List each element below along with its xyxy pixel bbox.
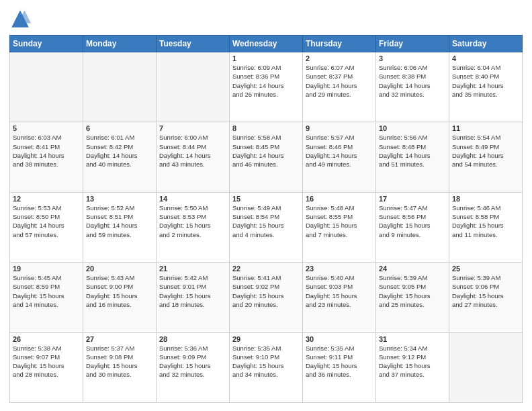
day-info: Sunrise: 6:01 AM Sunset: 8:42 PM Dayligh… [86,133,153,169]
day-number: 2 [306,54,373,62]
calendar-cell: 2Sunrise: 6:07 AM Sunset: 8:37 PM Daylig… [303,52,376,122]
calendar-cell [83,52,157,122]
day-number: 30 [306,335,373,343]
day-number: 1 [232,54,300,62]
calendar-cell [10,52,83,122]
day-info: Sunrise: 5:57 AM Sunset: 8:46 PM Dayligh… [306,133,373,169]
weekday-header-saturday: Saturday [449,36,523,52]
day-number: 19 [13,265,80,273]
day-number: 11 [452,124,519,132]
weekday-header-wednesday: Wednesday [230,36,303,52]
day-info: Sunrise: 5:36 AM Sunset: 9:09 PM Dayligh… [159,344,226,379]
day-info: Sunrise: 6:04 AM Sunset: 8:40 PM Dayligh… [452,63,519,99]
day-number: 20 [86,265,153,273]
day-info: Sunrise: 6:00 AM Sunset: 8:44 PM Dayligh… [159,133,226,169]
calendar-cell: 16Sunrise: 5:48 AM Sunset: 8:55 PM Dayli… [303,192,376,262]
calendar-cell: 17Sunrise: 5:47 AM Sunset: 8:56 PM Dayli… [376,192,449,262]
calendar-cell: 3Sunrise: 6:06 AM Sunset: 8:38 PM Daylig… [376,52,449,122]
calendar-cell: 12Sunrise: 5:53 AM Sunset: 8:50 PM Dayli… [10,192,83,262]
calendar-cell: 25Sunrise: 5:39 AM Sunset: 9:06 PM Dayli… [449,263,523,332]
day-info: Sunrise: 6:07 AM Sunset: 8:37 PM Dayligh… [306,63,373,99]
calendar-cell: 24Sunrise: 5:39 AM Sunset: 9:05 PM Dayli… [376,263,449,332]
calendar-cell: 31Sunrise: 5:34 AM Sunset: 9:12 PM Dayli… [376,332,449,402]
calendar-cell: 13Sunrise: 5:52 AM Sunset: 8:51 PM Dayli… [83,192,157,262]
day-info: Sunrise: 5:38 AM Sunset: 9:07 PM Dayligh… [13,344,80,379]
day-number: 12 [13,195,80,203]
day-info: Sunrise: 6:03 AM Sunset: 8:41 PM Dayligh… [13,133,80,169]
weekday-header-monday: Monday [83,36,157,52]
week-row-3: 12Sunrise: 5:53 AM Sunset: 8:50 PM Dayli… [10,192,523,262]
day-info: Sunrise: 5:39 AM Sunset: 9:06 PM Dayligh… [452,273,519,309]
day-info: Sunrise: 5:40 AM Sunset: 9:03 PM Dayligh… [306,273,373,309]
day-number: 29 [232,335,300,343]
calendar-cell: 14Sunrise: 5:50 AM Sunset: 8:53 PM Dayli… [157,192,230,262]
weekday-header-sunday: Sunday [10,36,83,52]
calendar-cell: 18Sunrise: 5:46 AM Sunset: 8:58 PM Dayli… [449,192,523,262]
calendar-cell: 1Sunrise: 6:09 AM Sunset: 8:36 PM Daylig… [230,52,303,122]
day-info: Sunrise: 5:39 AM Sunset: 9:05 PM Dayligh… [379,273,446,309]
calendar-cell: 27Sunrise: 5:37 AM Sunset: 9:08 PM Dayli… [83,332,157,402]
day-number: 22 [232,265,300,273]
calendar-cell: 5Sunrise: 6:03 AM Sunset: 8:41 PM Daylig… [10,122,83,192]
day-number: 7 [159,124,226,132]
day-number: 31 [379,335,446,343]
calendar-cell: 9Sunrise: 5:57 AM Sunset: 8:46 PM Daylig… [303,122,376,192]
day-number: 9 [306,124,373,132]
weekday-header-thursday: Thursday [303,36,376,52]
day-number: 17 [379,195,446,203]
calendar-cell: 11Sunrise: 5:54 AM Sunset: 8:49 PM Dayli… [449,122,523,192]
week-row-2: 5Sunrise: 6:03 AM Sunset: 8:41 PM Daylig… [10,122,523,192]
day-number: 4 [452,54,519,62]
week-row-4: 19Sunrise: 5:45 AM Sunset: 8:59 PM Dayli… [10,263,523,332]
day-info: Sunrise: 6:09 AM Sunset: 8:36 PM Dayligh… [232,63,300,99]
day-info: Sunrise: 5:35 AM Sunset: 9:11 PM Dayligh… [306,344,373,379]
header [9,8,523,30]
calendar-cell: 23Sunrise: 5:40 AM Sunset: 9:03 PM Dayli… [303,263,376,332]
day-number: 8 [232,124,300,132]
logo-icon [9,8,31,30]
calendar-cell: 4Sunrise: 6:04 AM Sunset: 8:40 PM Daylig… [449,52,523,122]
week-row-5: 26Sunrise: 5:38 AM Sunset: 9:07 PM Dayli… [10,332,523,402]
day-info: Sunrise: 5:45 AM Sunset: 8:59 PM Dayligh… [13,273,80,309]
day-info: Sunrise: 5:47 AM Sunset: 8:56 PM Dayligh… [379,203,446,239]
calendar-cell: 26Sunrise: 5:38 AM Sunset: 9:07 PM Dayli… [10,332,83,402]
day-info: Sunrise: 5:49 AM Sunset: 8:54 PM Dayligh… [232,203,300,239]
calendar-cell: 29Sunrise: 5:35 AM Sunset: 9:10 PM Dayli… [230,332,303,402]
calendar-cell: 21Sunrise: 5:42 AM Sunset: 9:01 PM Dayli… [157,263,230,332]
day-number: 3 [379,54,446,62]
calendar-cell [449,332,523,402]
page: SundayMondayTuesdayWednesdayThursdayFrid… [0,0,532,411]
day-number: 15 [232,195,300,203]
day-info: Sunrise: 5:58 AM Sunset: 8:45 PM Dayligh… [232,133,300,169]
day-info: Sunrise: 5:56 AM Sunset: 8:48 PM Dayligh… [379,133,446,169]
calendar-cell [157,52,230,122]
weekday-header-friday: Friday [376,36,449,52]
day-number: 28 [159,335,226,343]
day-number: 24 [379,265,446,273]
day-info: Sunrise: 6:06 AM Sunset: 8:38 PM Dayligh… [379,63,446,99]
calendar-cell: 19Sunrise: 5:45 AM Sunset: 8:59 PM Dayli… [10,263,83,332]
calendar-cell: 15Sunrise: 5:49 AM Sunset: 8:54 PM Dayli… [230,192,303,262]
day-number: 16 [306,195,373,203]
day-number: 18 [452,195,519,203]
day-info: Sunrise: 5:37 AM Sunset: 9:08 PM Dayligh… [86,344,153,379]
calendar-cell: 8Sunrise: 5:58 AM Sunset: 8:45 PM Daylig… [230,122,303,192]
day-info: Sunrise: 5:43 AM Sunset: 9:00 PM Dayligh… [86,273,153,309]
weekday-header-tuesday: Tuesday [157,36,230,52]
day-info: Sunrise: 5:54 AM Sunset: 8:49 PM Dayligh… [452,133,519,169]
calendar-cell: 10Sunrise: 5:56 AM Sunset: 8:48 PM Dayli… [376,122,449,192]
day-info: Sunrise: 5:53 AM Sunset: 8:50 PM Dayligh… [13,203,80,239]
day-info: Sunrise: 5:41 AM Sunset: 9:02 PM Dayligh… [232,273,300,309]
calendar-cell: 6Sunrise: 6:01 AM Sunset: 8:42 PM Daylig… [83,122,157,192]
day-info: Sunrise: 5:52 AM Sunset: 8:51 PM Dayligh… [86,203,153,239]
week-row-1: 1Sunrise: 6:09 AM Sunset: 8:36 PM Daylig… [10,52,523,122]
day-info: Sunrise: 5:42 AM Sunset: 9:01 PM Dayligh… [159,273,226,309]
day-number: 14 [159,195,226,203]
day-number: 5 [13,124,80,132]
calendar-cell: 7Sunrise: 6:00 AM Sunset: 8:44 PM Daylig… [157,122,230,192]
day-number: 25 [452,265,519,273]
day-number: 23 [306,265,373,273]
day-info: Sunrise: 5:34 AM Sunset: 9:12 PM Dayligh… [379,344,446,379]
calendar-table: SundayMondayTuesdayWednesdayThursdayFrid… [9,35,523,403]
calendar-cell: 22Sunrise: 5:41 AM Sunset: 9:02 PM Dayli… [230,263,303,332]
